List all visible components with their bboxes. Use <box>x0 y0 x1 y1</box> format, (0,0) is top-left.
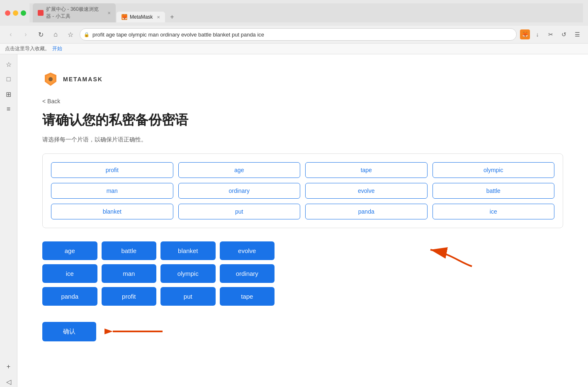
metamask-header: METAMASK <box>42 71 563 88</box>
sidebar: ☆ □ ⊞ ≡ + ◁ <box>0 54 17 387</box>
360-favicon <box>38 10 44 16</box>
svg-point-2 <box>49 77 53 81</box>
tab-extensions[interactable]: 扩展中心 - 360极速浏览器 - 小工具 ✕ <box>33 3 116 22</box>
word-btn-evolve[interactable]: evolve <box>220 241 275 260</box>
forward-nav-button[interactable]: › <box>20 29 32 40</box>
metamask-logo <box>42 71 59 88</box>
sidebar-add-icon[interactable]: + <box>4 362 14 372</box>
minimize-button[interactable] <box>13 10 18 16</box>
nav-right-buttons: 🦊 ↓ ✂ ↺ ☰ <box>520 29 583 40</box>
menu-button[interactable]: ☰ <box>571 29 583 40</box>
bookmark-text: 点击这里导入收藏。 <box>5 45 50 52</box>
address-lock-icon: 🔒 <box>84 32 90 37</box>
word-btn-put[interactable]: put <box>160 287 216 306</box>
nav-bar: ‹ › ↻ ⌂ ☆ 🔒 🦊 ↓ ✂ ↺ ☰ <box>0 26 588 44</box>
word-selection-grid: profit age tape olympic man ordinary evo… <box>51 162 554 219</box>
window-controls <box>5 10 26 16</box>
download-button[interactable]: ↓ <box>532 29 543 40</box>
word-btn-panda[interactable]: panda <box>42 287 97 306</box>
word-chip-put[interactable]: put <box>178 204 301 219</box>
tabs-bar: 扩展中心 - 360极速浏览器 - 小工具 ✕ 🦊 MetaMask ✕ + <box>29 3 583 22</box>
title-bar: 扩展中心 - 360极速浏览器 - 小工具 ✕ 🦊 MetaMask ✕ + <box>0 0 588 26</box>
word-chip-evolve[interactable]: evolve <box>305 183 428 199</box>
main-content: METAMASK < Back 请确认您的私密备份密语 请选择每一个片语，以确保… <box>17 54 588 387</box>
word-btn-man[interactable]: man <box>102 264 157 283</box>
sidebar-bottom: + ◁ <box>4 362 14 387</box>
browser-body: ☆ □ ⊞ ≡ + ◁ METAMASK <box>0 54 588 387</box>
back-link[interactable]: < Back <box>42 98 60 105</box>
word-chip-ordinary[interactable]: ordinary <box>178 183 301 199</box>
word-chip-man[interactable]: man <box>51 183 173 199</box>
metamask-favicon: 🦊 <box>121 14 127 20</box>
word-buttons-area: age battle blanket evolve ice man olympi… <box>42 241 563 319</box>
page-subtitle: 请选择每一个片语，以确保片语正确性。 <box>42 136 563 144</box>
word-chip-blanket[interactable]: blanket <box>51 204 173 219</box>
word-chip-battle[interactable]: battle <box>432 183 555 199</box>
refresh-button[interactable]: ↻ <box>35 29 46 40</box>
word-chip-olympic[interactable]: olympic <box>432 162 555 178</box>
word-chip-panda[interactable]: panda <box>305 204 428 219</box>
metamask-brand-title: METAMASK <box>63 76 103 83</box>
tab-metamask-label: MetaMask <box>130 14 153 20</box>
word-btn-tape[interactable]: tape <box>220 287 275 306</box>
confirm-button[interactable]: 确认 <box>42 322 96 341</box>
metamask-extension-icon[interactable]: 🦊 <box>520 29 530 39</box>
sidebar-icon-grid[interactable]: ⊞ <box>4 89 14 99</box>
sidebar-collapse-icon[interactable]: ◁ <box>4 377 14 387</box>
bookmark-bar: 点击这里导入收藏。 开始 <box>0 44 588 54</box>
arrow-right-svg <box>397 229 480 270</box>
word-btn-profit[interactable]: profit <box>102 287 157 306</box>
back-nav-button[interactable]: ‹ <box>5 29 17 40</box>
word-chip-profit[interactable]: profit <box>51 162 173 178</box>
confirm-row: 确认 <box>42 319 563 344</box>
tab-extensions-close[interactable]: ✕ <box>107 11 111 15</box>
word-buttons-grid: age battle blanket evolve ice man olympi… <box>42 241 275 306</box>
history-button[interactable]: ↺ <box>558 29 570 40</box>
browser-window: 扩展中心 - 360极速浏览器 - 小工具 ✕ 🦊 MetaMask ✕ + ‹… <box>0 0 588 387</box>
sidebar-icon-menu[interactable]: ≡ <box>4 104 14 114</box>
word-btn-ice[interactable]: ice <box>42 264 97 283</box>
address-bar-wrap: 🔒 <box>80 28 517 41</box>
address-input[interactable] <box>80 28 517 41</box>
sidebar-icon-page[interactable]: □ <box>4 74 14 84</box>
word-chip-age[interactable]: age <box>178 162 301 178</box>
bookmark-start-link[interactable]: 开始 <box>52 45 62 52</box>
word-btn-age[interactable]: age <box>42 241 97 260</box>
scissors-button[interactable]: ✂ <box>545 29 556 40</box>
tab-metamask-close[interactable]: ✕ <box>157 15 160 19</box>
arrow-left-svg <box>104 319 171 344</box>
word-selection-container: profit age tape olympic man ordinary evo… <box>42 153 563 228</box>
word-btn-olympic[interactable]: olympic <box>160 264 216 283</box>
tab-metamask[interactable]: 🦊 MetaMask ✕ <box>117 12 165 22</box>
bookmark-star-button[interactable]: ☆ <box>65 29 76 40</box>
new-tab-button[interactable]: + <box>166 12 178 22</box>
page-title: 请确认您的私密备份密语 <box>42 111 563 129</box>
word-btn-ordinary[interactable]: ordinary <box>220 264 275 283</box>
sidebar-icon-star[interactable]: ☆ <box>4 59 14 69</box>
maximize-button[interactable] <box>21 10 26 16</box>
word-chip-ice[interactable]: ice <box>432 204 555 219</box>
tab-extensions-label: 扩展中心 - 360极速浏览器 - 小工具 <box>46 6 103 20</box>
word-btn-battle[interactable]: battle <box>102 241 157 260</box>
close-button[interactable] <box>5 10 10 16</box>
word-chip-tape[interactable]: tape <box>305 162 428 178</box>
home-button[interactable]: ⌂ <box>50 29 61 40</box>
word-btn-blanket[interactable]: blanket <box>160 241 216 260</box>
